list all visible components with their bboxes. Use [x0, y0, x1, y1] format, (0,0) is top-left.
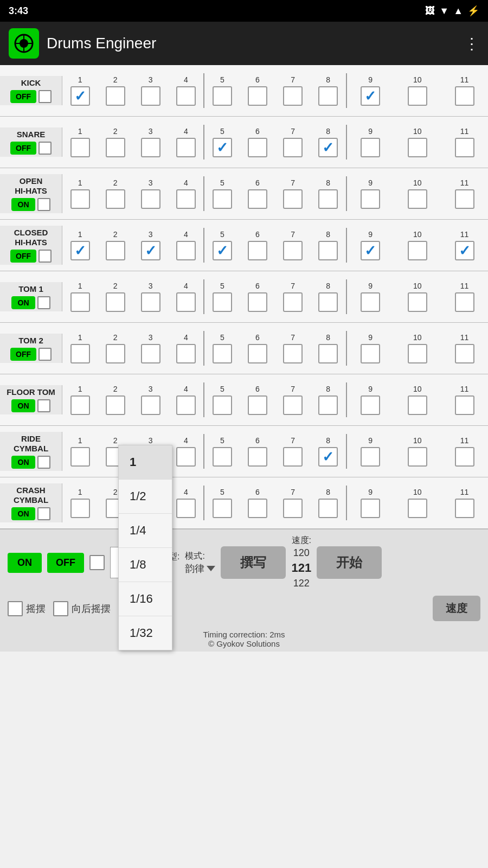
bottom-on-button[interactable]: ON — [8, 553, 42, 573]
beat-cell-3-5[interactable] — [213, 241, 232, 260]
start-button[interactable]: 开始 — [317, 546, 382, 579]
beat-cell-6-7[interactable] — [283, 395, 303, 415]
beat-cell-8-9[interactable] — [361, 499, 380, 518]
beat-cell-4-1[interactable] — [70, 292, 90, 312]
beat-cell-6-2[interactable] — [106, 395, 125, 415]
beat-cell-8-11[interactable] — [455, 499, 474, 518]
beat-cell-7-10[interactable] — [408, 447, 427, 467]
beat-cell-0-6[interactable] — [248, 86, 267, 106]
row-checkbox-6[interactable] — [37, 399, 50, 412]
beat-cell-6-6[interactable] — [248, 395, 267, 415]
toggle-btn-1[interactable]: OFF — [10, 142, 36, 155]
beat-cell-0-10[interactable] — [408, 86, 427, 106]
beat-cell-2-9[interactable] — [361, 189, 380, 209]
beat-cell-0-4[interactable] — [176, 86, 196, 106]
beat-cell-4-11[interactable] — [455, 292, 474, 312]
beat-cell-5-8[interactable] — [318, 344, 338, 363]
beat-cell-3-11[interactable] — [455, 241, 474, 260]
speed-button[interactable]: 速度 — [433, 596, 480, 621]
toggle-btn-6[interactable]: ON — [11, 399, 35, 412]
beat-cell-2-4[interactable] — [176, 189, 196, 209]
beat-cell-1-7[interactable] — [283, 138, 303, 157]
beat-cell-5-7[interactable] — [283, 344, 303, 363]
row-checkbox-8[interactable] — [37, 507, 50, 520]
toggle-btn-7[interactable]: ON — [11, 456, 35, 469]
beat-cell-3-2[interactable] — [106, 241, 125, 260]
beat-cell-7-5[interactable] — [213, 447, 232, 467]
beat-cell-5-3[interactable] — [141, 344, 160, 363]
beat-cell-1-3[interactable] — [141, 138, 160, 157]
beat-cell-2-2[interactable] — [106, 189, 125, 209]
swing-checkbox[interactable] — [8, 601, 23, 616]
note-type-dropdown[interactable]: 1 1/2 1/4 1/8 1/16 1/32 — [118, 445, 172, 650]
beat-cell-0-11[interactable] — [455, 86, 474, 106]
beat-cell-6-10[interactable] — [408, 395, 427, 415]
beat-cell-7-9[interactable] — [361, 447, 380, 467]
beat-cell-5-10[interactable] — [408, 344, 427, 363]
beat-cell-2-10[interactable] — [408, 189, 427, 209]
beat-cell-4-3[interactable] — [141, 292, 160, 312]
bottom-checkbox[interactable] — [89, 555, 105, 570]
beat-cell-2-7[interactable] — [283, 189, 303, 209]
beat-cell-3-6[interactable] — [248, 241, 267, 260]
row-checkbox-1[interactable] — [38, 142, 52, 155]
dropdown-item-1-8[interactable]: 1/8 — [119, 548, 172, 582]
dropdown-item-1[interactable]: 1 — [119, 445, 172, 480]
beat-cell-5-1[interactable] — [70, 344, 90, 363]
beat-cell-2-8[interactable] — [318, 189, 338, 209]
beat-cell-7-6[interactable] — [248, 447, 267, 467]
bottom-off-button[interactable]: OFF — [47, 553, 84, 573]
toggle-btn-4[interactable]: ON — [11, 296, 35, 309]
toggle-btn-2[interactable]: ON — [11, 198, 35, 211]
beat-cell-1-1[interactable] — [70, 138, 90, 157]
beat-cell-3-10[interactable] — [408, 241, 427, 260]
write-button[interactable]: 撰写 — [221, 546, 286, 579]
beat-cell-6-1[interactable] — [70, 395, 90, 415]
beat-cell-1-10[interactable] — [408, 138, 427, 157]
menu-button[interactable]: ⋮ — [464, 35, 479, 53]
beat-cell-1-6[interactable] — [248, 138, 267, 157]
beat-cell-1-4[interactable] — [176, 138, 196, 157]
beat-cell-6-9[interactable] — [361, 395, 380, 415]
beat-cell-5-2[interactable] — [106, 344, 125, 363]
beat-cell-2-6[interactable] — [248, 189, 267, 209]
row-checkbox-5[interactable] — [38, 348, 52, 361]
beat-cell-1-5[interactable] — [213, 138, 232, 157]
row-checkbox-7[interactable] — [37, 456, 50, 469]
beat-cell-3-1[interactable] — [70, 241, 90, 260]
beat-cell-0-5[interactable] — [213, 86, 232, 106]
row-checkbox-4[interactable] — [37, 296, 50, 309]
beat-cell-8-4[interactable] — [176, 499, 196, 518]
beat-cell-8-8[interactable] — [318, 499, 338, 518]
beat-cell-4-5[interactable] — [213, 292, 232, 312]
beat-cell-4-10[interactable] — [408, 292, 427, 312]
beat-cell-8-5[interactable] — [213, 499, 232, 518]
beat-cell-7-4[interactable] — [176, 447, 196, 467]
dropdown-item-1-2[interactable]: 1/2 — [119, 480, 172, 514]
beat-cell-7-11[interactable] — [455, 447, 474, 467]
beat-cell-2-11[interactable] — [455, 189, 474, 209]
beat-cell-0-2[interactable] — [106, 86, 125, 106]
beat-cell-3-8[interactable] — [318, 241, 338, 260]
beat-cell-4-2[interactable] — [106, 292, 125, 312]
toggle-btn-5[interactable]: OFF — [10, 348, 36, 361]
beat-cell-6-5[interactable] — [213, 395, 232, 415]
beat-cell-3-9[interactable] — [361, 241, 380, 260]
beat-cell-2-1[interactable] — [70, 189, 90, 209]
toggle-btn-0[interactable]: OFF — [10, 90, 36, 103]
beat-cell-5-9[interactable] — [361, 344, 380, 363]
mode-value[interactable]: 韵律 — [185, 562, 215, 575]
beat-cell-7-1[interactable] — [70, 447, 90, 467]
beat-cell-1-2[interactable] — [106, 138, 125, 157]
dropdown-item-1-32[interactable]: 1/32 — [119, 616, 172, 650]
back-swing-checkbox[interactable] — [53, 601, 68, 616]
beat-cell-4-6[interactable] — [248, 292, 267, 312]
beat-cell-8-10[interactable] — [408, 499, 427, 518]
beat-cell-3-4[interactable] — [176, 241, 196, 260]
beat-cell-4-4[interactable] — [176, 292, 196, 312]
beat-cell-5-6[interactable] — [248, 344, 267, 363]
beat-cell-6-4[interactable] — [176, 395, 196, 415]
beat-cell-1-9[interactable] — [361, 138, 380, 157]
beat-cell-7-7[interactable] — [283, 447, 303, 467]
beat-cell-5-5[interactable] — [213, 344, 232, 363]
